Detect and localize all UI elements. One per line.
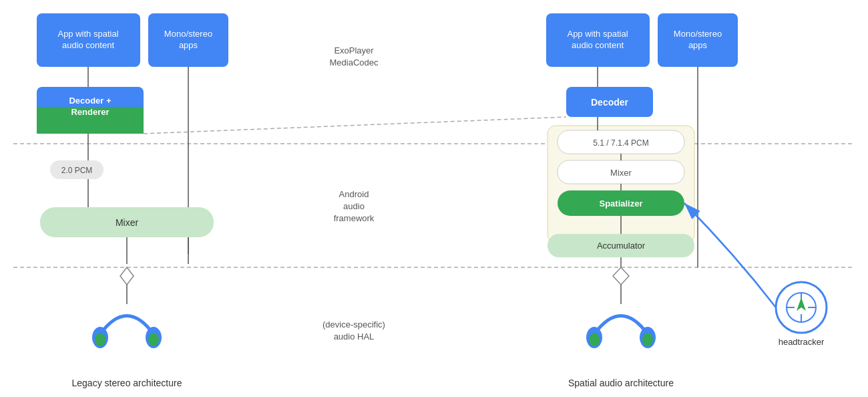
main-diagram: App with spatial audio content Mono/ster… [0, 0, 868, 397]
diagram-container: App with spatial audio content Mono/ster… [0, 0, 868, 397]
left-headphone [92, 316, 162, 349]
svg-text:Accumulator: Accumulator [597, 241, 646, 251]
svg-point-24 [589, 333, 600, 346]
svg-text:framework: framework [334, 213, 375, 223]
right-diamond [613, 267, 629, 285]
svg-text:apps: apps [179, 40, 198, 50]
svg-text:2.0 PCM: 2.0 PCM [61, 166, 93, 175]
headtracker-label: headtracker [779, 337, 825, 347]
svg-text:Mixer: Mixer [610, 168, 632, 178]
left-app-spatial-label: App with spatial [57, 29, 118, 39]
svg-point-26 [642, 333, 653, 346]
left-diamond [120, 267, 134, 285]
left-arch-label: Legacy stereo architecture [72, 378, 182, 388]
svg-text:Decoder: Decoder [591, 97, 629, 108]
svg-text:audio: audio [343, 201, 365, 211]
svg-text:5.1 / 7.1.4 PCM: 5.1 / 7.1.4 PCM [593, 138, 648, 148]
svg-text:audio content: audio content [62, 40, 114, 50]
svg-text:audio HAL: audio HAL [334, 332, 375, 342]
svg-text:apps: apps [688, 40, 708, 50]
right-headphone [586, 316, 656, 349]
svg-point-10 [148, 333, 159, 346]
svg-text:Mixer: Mixer [116, 217, 139, 228]
right-app-spatial-label: App with spatial [567, 29, 628, 39]
exoplayer-label: ExoPlayer [334, 45, 374, 55]
svg-text:MediaCodec: MediaCodec [330, 57, 379, 68]
svg-text:Spatializer: Spatializer [599, 198, 642, 209]
device-specific-label: (device-specific) [322, 319, 385, 329]
svg-text:Mono/stereo: Mono/stereo [164, 29, 212, 39]
svg-text:Renderer: Renderer [71, 107, 109, 117]
dashed-line-decoder [144, 117, 566, 134]
right-arch-label: Spatial audio architecture [568, 378, 674, 388]
svg-text:Mono/stereo: Mono/stereo [674, 29, 722, 39]
svg-text:Decoder +: Decoder + [69, 96, 112, 106]
android-audio-label: Android [339, 189, 369, 199]
svg-text:audio content: audio content [572, 40, 624, 50]
svg-point-8 [95, 333, 105, 346]
